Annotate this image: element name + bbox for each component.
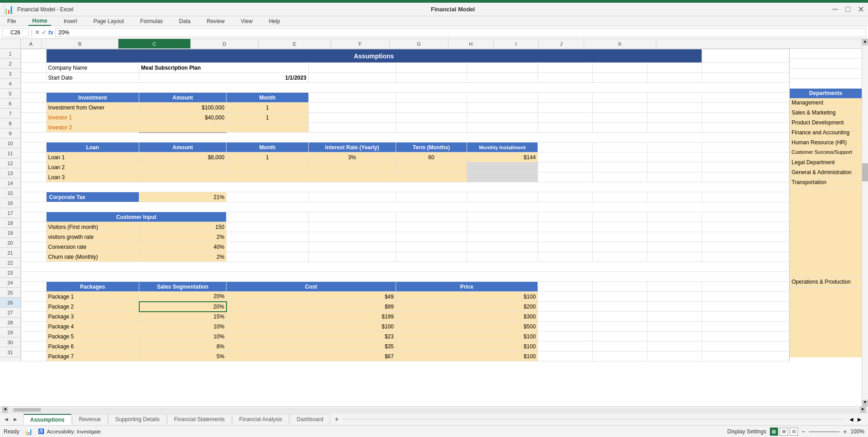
cell-g3[interactable] <box>467 73 538 83</box>
dept-management[interactable]: Management <box>790 99 862 109</box>
ribbon-tab-review[interactable]: Review <box>203 17 228 25</box>
cell-h19[interactable] <box>538 232 593 242</box>
cell-b7[interactable]: Investor 1 <box>46 113 139 123</box>
cell-i6[interactable] <box>592 103 647 113</box>
cell-d27[interactable]: $199 <box>226 312 396 322</box>
cell-a8[interactable] <box>21 123 47 133</box>
cell-c21[interactable]: 2% <box>139 252 226 262</box>
row-header-30[interactable]: 30 <box>0 337 20 347</box>
cell-i18[interactable] <box>592 222 647 232</box>
cell-h26[interactable] <box>538 302 593 312</box>
cell-b21[interactable]: Churn rate (Monthly) <box>46 252 139 262</box>
dept-general[interactable]: General & Administration <box>790 168 862 178</box>
cell-i13[interactable] <box>592 172 647 182</box>
col-header-g[interactable]: G <box>390 39 448 48</box>
cell-f30[interactable]: $100 <box>396 342 538 352</box>
cell-i15[interactable] <box>592 192 647 202</box>
cell-a11[interactable] <box>21 152 47 162</box>
cell-f3[interactable] <box>396 73 467 83</box>
cell-f17[interactable] <box>396 212 467 222</box>
cell-h21[interactable] <box>538 252 593 262</box>
cell-i8[interactable] <box>592 123 647 133</box>
cell-k31[interactable] <box>702 352 789 361</box>
cell-g13[interactable] <box>467 172 538 182</box>
cell-j8[interactable] <box>647 123 702 133</box>
ribbon-tab-file[interactable]: File <box>4 17 19 25</box>
cell-f5[interactable] <box>396 93 467 103</box>
row-header-25[interactable]: 25 <box>0 288 20 298</box>
row-header-23[interactable]: 23 <box>0 268 20 278</box>
cell-f28[interactable]: $500 <box>396 322 538 332</box>
cell-j18[interactable] <box>647 222 702 232</box>
cell-c20[interactable]: 40% <box>139 242 226 252</box>
cell-i20[interactable] <box>592 242 647 252</box>
col-header-h[interactable]: H <box>448 39 494 48</box>
cell-g11[interactable]: $144 <box>467 152 538 162</box>
cell-d19[interactable] <box>226 232 308 242</box>
cell-i7[interactable] <box>592 113 647 123</box>
row-header-22[interactable]: 22 <box>0 258 20 268</box>
dept-finance[interactable]: Finance and Accounting <box>790 128 862 138</box>
cell-b8[interactable]: Investor 2 <box>46 123 139 133</box>
cell-h12[interactable] <box>538 162 593 172</box>
cell-a28[interactable] <box>21 322 47 332</box>
cell-c31[interactable]: 5% <box>139 352 226 361</box>
cell-g19[interactable] <box>467 232 538 242</box>
cell-b12[interactable]: Loan 2 <box>46 162 139 172</box>
cell-d15[interactable] <box>226 192 308 202</box>
tab-revenue[interactable]: Revenue <box>72 414 108 424</box>
cell-a17[interactable] <box>21 212 47 222</box>
cell-i25[interactable] <box>592 292 647 302</box>
cell-j28[interactable] <box>647 322 702 332</box>
cell-c13[interactable] <box>139 172 226 182</box>
cell-h29[interactable] <box>538 332 593 342</box>
cell-k15[interactable] <box>702 192 789 202</box>
cell-g6[interactable] <box>467 103 538 113</box>
page-break-view-btn[interactable]: ⊟ <box>790 428 798 436</box>
cell-a15[interactable] <box>21 192 47 202</box>
formula-input[interactable]: 20% <box>55 28 866 37</box>
cell-h20[interactable] <box>538 242 593 252</box>
cell-k6[interactable] <box>702 103 789 113</box>
dept-transportation[interactable]: Transportation <box>790 178 862 188</box>
cell-row9[interactable] <box>21 133 789 142</box>
cell-j17[interactable] <box>647 212 702 222</box>
cell-i11[interactable] <box>592 152 647 162</box>
cell-a3[interactable] <box>21 73 47 83</box>
cell-c26[interactable]: 20% <box>139 302 226 312</box>
cell-j19[interactable] <box>647 232 702 242</box>
cell-a21[interactable] <box>21 252 47 262</box>
cell-c27[interactable]: 15% <box>139 312 226 322</box>
cell-c10-amount[interactable]: Amount <box>139 142 226 152</box>
cell-h31[interactable] <box>538 352 593 361</box>
cell-a25[interactable] <box>21 292 47 302</box>
cell-e12[interactable] <box>308 162 396 172</box>
cell-row22[interactable] <box>21 262 789 272</box>
cell-b29[interactable]: Package 5 <box>46 332 139 342</box>
cell-f24[interactable]: Price <box>396 282 538 292</box>
cell-j26[interactable] <box>647 302 702 312</box>
cell-a13[interactable] <box>21 172 47 182</box>
cell-j15[interactable] <box>647 192 702 202</box>
cell-j25[interactable] <box>647 292 702 302</box>
cell-c5-amount-header[interactable]: Amount <box>139 93 226 103</box>
cell-g7[interactable] <box>467 113 538 123</box>
cell-j5[interactable] <box>647 93 702 103</box>
cell-k24[interactable] <box>702 282 789 292</box>
cell-a7[interactable] <box>21 113 47 123</box>
row-header-6[interactable]: 6 <box>0 99 20 109</box>
cell-k18[interactable] <box>702 222 789 232</box>
cell-a18[interactable] <box>21 222 47 232</box>
display-settings[interactable]: Display Settings <box>727 428 766 435</box>
cell-h6[interactable] <box>538 103 593 113</box>
cell-i30[interactable] <box>592 342 647 352</box>
cell-g12[interactable] <box>467 162 538 172</box>
cell-c19[interactable]: 2% <box>139 232 226 242</box>
ribbon-tab-view[interactable]: View <box>237 17 256 25</box>
cell-k5[interactable] <box>702 93 789 103</box>
cell-g5[interactable] <box>467 93 538 103</box>
cell-a30[interactable] <box>21 342 47 352</box>
cell-k25[interactable] <box>702 292 789 302</box>
cell-g21[interactable] <box>467 252 538 262</box>
ribbon-tab-data[interactable]: Data <box>175 17 194 25</box>
